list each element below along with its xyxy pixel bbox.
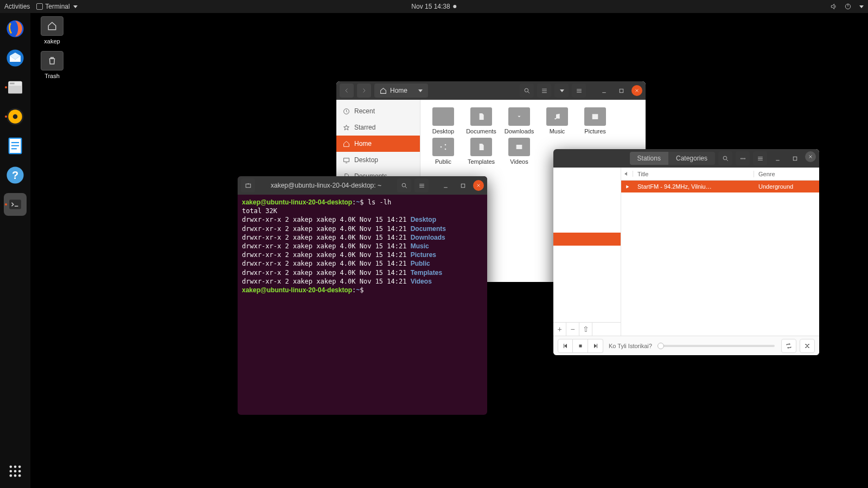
terminal-title: xakep@ubuntu-linux-20-04-desktop: ~: [258, 182, 394, 189]
add-station-button[interactable]: +: [553, 323, 566, 336]
folder-desktop[interactable]: Desktop: [426, 107, 461, 134]
sidebar-item-desktop[interactable]: Desktop: [336, 152, 420, 168]
app-menu[interactable]: Terminal: [36, 3, 77, 10]
folder-documents[interactable]: Documents: [464, 107, 499, 134]
close-button[interactable]: [805, 151, 816, 162]
maximize-button[interactable]: [614, 84, 628, 98]
station-row[interactable]: [553, 220, 621, 233]
desktop-home-label: xakep: [36, 38, 68, 44]
sidebar-item-recent[interactable]: Recent: [336, 103, 420, 119]
nav-forward-button[interactable]: [357, 84, 371, 98]
column-title[interactable]: Title: [633, 171, 754, 177]
dock-rhythmbox[interactable]: [4, 105, 27, 128]
dock-show-apps[interactable]: [4, 460, 27, 483]
svg-point-16: [10, 466, 12, 468]
radio-search-button[interactable]: [718, 151, 732, 165]
minimize-button[interactable]: [770, 151, 784, 165]
column-genre[interactable]: Genre: [754, 171, 819, 177]
volume-slider[interactable]: [658, 345, 775, 347]
terminal-body[interactable]: xakep@ubuntu-linux-20-04-desktop:~$ ls -…: [238, 195, 487, 415]
svg-point-34: [445, 144, 446, 146]
station-row-selected[interactable]: [553, 233, 621, 246]
gnome-top-bar: Activities Terminal Nov 15 14:38: [0, 0, 868, 13]
path-caret-icon[interactable]: [418, 89, 423, 92]
radio-view-tabs: Stations Categories: [630, 152, 715, 165]
power-icon[interactable]: [844, 3, 852, 10]
svg-point-19: [10, 470, 12, 473]
minimize-button[interactable]: [597, 84, 611, 98]
dock-thunderbird[interactable]: [4, 47, 27, 69]
prev-button[interactable]: [558, 339, 573, 353]
nav-back-button[interactable]: [340, 84, 354, 98]
clock[interactable]: Nov 15 14:38: [411, 3, 450, 10]
files-headerbar[interactable]: Home: [336, 81, 646, 100]
terminal-search-button[interactable]: [397, 178, 411, 192]
view-dropdown-button[interactable]: [554, 84, 569, 98]
radio-more-button[interactable]: [736, 151, 750, 165]
close-button[interactable]: [631, 85, 642, 96]
terminal-headerbar[interactable]: xakep@ubuntu-linux-20-04-desktop: ~: [238, 176, 487, 195]
now-playing-label: Ko Tyli Istorikai?: [609, 343, 652, 349]
svg-point-33: [441, 146, 442, 148]
speaker-column-icon[interactable]: [621, 171, 633, 177]
station-row[interactable]: [553, 168, 621, 181]
slider-thumb[interactable]: [658, 343, 664, 349]
playing-icon: [621, 184, 633, 189]
remove-station-button[interactable]: −: [566, 323, 579, 336]
svg-point-21: [18, 470, 21, 473]
svg-rect-26: [620, 89, 623, 93]
sidebar-item-home[interactable]: Home: [336, 136, 420, 152]
terminal-menu-button[interactable]: [414, 178, 429, 192]
volume-icon[interactable]: [830, 3, 838, 10]
svg-point-40: [744, 158, 745, 159]
minimize-button[interactable]: [438, 178, 452, 192]
chevron-down-icon: [560, 89, 564, 92]
export-station-button[interactable]: ⇧: [579, 323, 592, 336]
folder-downloads[interactable]: Downloads: [502, 107, 537, 134]
track-list-header: Title Genre: [621, 168, 819, 181]
notification-dot-icon: [454, 5, 457, 8]
repeat-button[interactable]: [781, 339, 796, 353]
dock-terminal[interactable]: [4, 193, 27, 216]
activities-button[interactable]: Activities: [4, 3, 30, 10]
folder-templates[interactable]: Templates: [464, 138, 499, 165]
folder-public[interactable]: Public: [426, 138, 461, 165]
desktop-trash[interactable]: Trash: [36, 51, 68, 79]
svg-point-29: [554, 118, 556, 120]
path-bar[interactable]: Home: [374, 84, 428, 98]
sidebar-item-starred[interactable]: Starred: [336, 119, 420, 136]
dock-help[interactable]: ?: [4, 164, 27, 187]
dock-firefox[interactable]: [4, 17, 27, 40]
maximize-button[interactable]: [788, 151, 802, 165]
system-menu-caret-icon[interactable]: [859, 5, 864, 8]
desktop-home-folder[interactable]: xakep: [36, 16, 68, 44]
station-row[interactable]: [553, 207, 621, 220]
folder-music[interactable]: Music: [540, 107, 575, 134]
maximize-button[interactable]: [456, 178, 470, 192]
shuffle-button[interactable]: [800, 339, 815, 353]
stop-button[interactable]: [573, 339, 588, 353]
dock-libreoffice-writer[interactable]: [4, 134, 27, 157]
folder-pictures[interactable]: Pictures: [578, 107, 612, 134]
tab-categories[interactable]: Categories: [668, 152, 715, 165]
close-button[interactable]: [473, 180, 484, 191]
svg-point-23: [14, 474, 17, 477]
tab-stations[interactable]: Stations: [630, 152, 668, 165]
svg-point-37: [723, 156, 727, 160]
next-button[interactable]: [588, 339, 603, 353]
folder-videos[interactable]: Videos: [502, 138, 537, 165]
terminal-window: xakep@ubuntu-linux-20-04-desktop: ~ xake…: [238, 176, 487, 415]
svg-rect-5: [8, 86, 22, 93]
new-tab-button[interactable]: [241, 178, 255, 192]
search-button[interactable]: [520, 84, 534, 98]
view-toggle-button[interactable]: [537, 84, 551, 98]
home-icon: [380, 87, 387, 94]
radio-menu-button[interactable]: [753, 151, 767, 165]
station-row[interactable]: [553, 194, 621, 207]
terminal-app-icon: [36, 3, 43, 10]
radio-headerbar[interactable]: Stations Categories: [553, 149, 819, 168]
station-row[interactable]: [553, 181, 621, 194]
dock-files[interactable]: [4, 76, 27, 99]
hamburger-menu-button[interactable]: [572, 84, 586, 98]
track-row-playing[interactable]: StartFM - 94.2MHz, Vilniu… Underground: [621, 181, 819, 192]
